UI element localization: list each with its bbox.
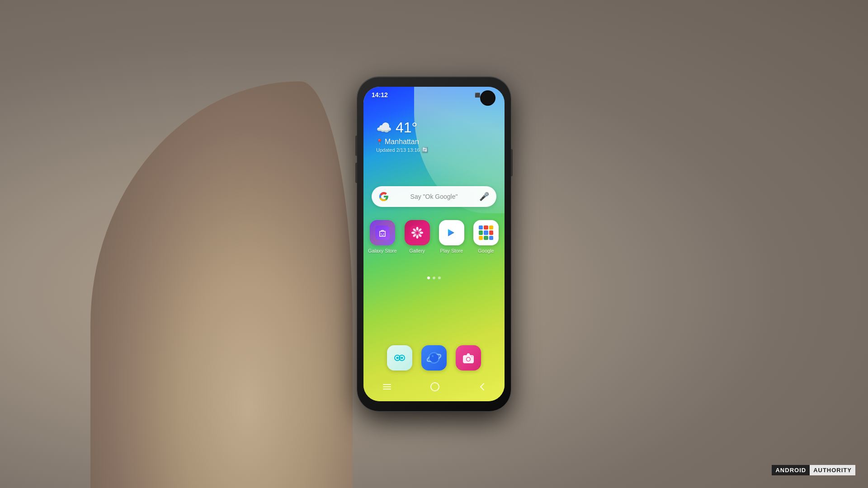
dock-internet[interactable] (421, 345, 447, 371)
google-icon (473, 220, 499, 245)
svg-point-6 (416, 235, 418, 239)
back-button[interactable] (478, 382, 486, 392)
wifi-icon: ⬛ (475, 93, 480, 98)
dock-ar-zone[interactable] (387, 345, 412, 371)
galaxy-store-icon (370, 220, 395, 245)
page-indicator (363, 277, 505, 279)
status-time: 14:12 (372, 91, 388, 99)
svg-point-7 (411, 232, 415, 234)
weather-temp-row: ☁️ 41° (376, 119, 428, 136)
weather-updated: Updated 2/13 13:16 🔄 (376, 147, 428, 153)
cloud-icon: ☁️ (376, 120, 392, 135)
google-search-bar[interactable]: Say "Ok Google" 🎤 (372, 186, 496, 207)
svg-point-5 (416, 227, 418, 230)
svg-rect-0 (375, 225, 390, 240)
svg-point-32 (431, 383, 439, 391)
app-item-google[interactable]: Google (472, 220, 500, 253)
svg-point-8 (420, 232, 423, 234)
phone-screen: 14:12 ⬛ 📶 🔋 ☁️ 41° 📍 Manhattan (363, 87, 505, 401)
watermark: ANDROID AUTHORITY (772, 465, 855, 475)
home-button[interactable] (430, 382, 440, 392)
google-label: Google (478, 248, 494, 253)
galaxy-store-svg (375, 225, 390, 240)
weather-temperature: 41° (396, 119, 417, 136)
recent-apps-icon (382, 383, 392, 390)
play-store-label: Play Store (440, 248, 463, 253)
watermark-authority: AUTHORITY (810, 465, 855, 475)
app-grid: Galaxy Store (363, 220, 505, 253)
gallery-icon (405, 220, 430, 245)
location-pin-icon: 📍 (376, 139, 383, 145)
svg-point-13 (415, 231, 419, 235)
gallery-label: Gallery (409, 248, 425, 253)
svg-point-23 (429, 353, 439, 362)
app-item-galaxy-store[interactable]: Galaxy Store (368, 220, 397, 253)
google-logo (379, 192, 389, 202)
phone: 14:12 ⬛ 📶 🔋 ☁️ 41° 📍 Manhattan (357, 77, 511, 411)
back-icon (478, 382, 486, 392)
svg-point-17 (396, 357, 399, 359)
weather-location: Manhattan (385, 138, 419, 146)
svg-point-24 (432, 355, 434, 357)
svg-point-28 (472, 356, 473, 357)
page-dot-2 (433, 277, 435, 279)
refresh-icon: 🔄 (422, 147, 428, 153)
grid-cell-5 (484, 230, 488, 235)
svg-point-18 (401, 357, 403, 359)
front-camera (481, 91, 495, 105)
svg-point-27 (467, 358, 470, 361)
svg-point-2 (383, 234, 384, 235)
phone-body: 14:12 ⬛ 📶 🔋 ☁️ 41° 📍 Manhattan (357, 77, 511, 411)
gallery-svg (410, 225, 425, 240)
weather-widget[interactable]: ☁️ 41° 📍 Manhattan Updated 2/13 13:16 🔄 (376, 119, 428, 153)
galaxy-store-label: Galaxy Store (368, 248, 397, 253)
ar-zone-svg (393, 351, 406, 365)
svg-point-1 (381, 234, 382, 235)
grid-cell-3 (489, 225, 493, 230)
grid-cell-9 (489, 236, 493, 240)
weather-updated-text: Updated 2/13 13:16 (376, 147, 420, 153)
recent-apps-button[interactable] (382, 383, 392, 390)
dock (363, 345, 505, 371)
page-dot-3 (438, 277, 441, 279)
page-dot-1 (427, 277, 430, 279)
mic-icon[interactable]: 🎤 (479, 192, 489, 202)
dock-camera[interactable] (456, 345, 481, 371)
play-store-svg (444, 225, 459, 240)
grid-cell-2 (484, 225, 488, 230)
internet-svg (427, 351, 441, 365)
app-item-play-store[interactable]: Play Store (438, 220, 466, 253)
search-placeholder: Say "Ok Google" (393, 193, 475, 200)
grid-cell-8 (484, 236, 488, 240)
grid-cell-1 (479, 225, 483, 230)
weather-location-row: 📍 Manhattan (376, 138, 428, 146)
play-store-icon (439, 220, 464, 245)
navigation-bar (363, 378, 505, 396)
watermark-android: ANDROID (772, 465, 810, 475)
home-icon (430, 382, 440, 392)
power-button[interactable] (511, 149, 513, 176)
app-item-gallery[interactable]: Gallery (403, 220, 431, 253)
google-grid (479, 225, 493, 240)
grid-cell-6 (489, 230, 493, 235)
camera-svg (462, 351, 475, 365)
grid-cell-7 (479, 236, 483, 240)
volume-up-button[interactable] (355, 136, 357, 156)
grid-cell-4 (479, 230, 483, 235)
volume-down-button[interactable] (355, 163, 357, 183)
